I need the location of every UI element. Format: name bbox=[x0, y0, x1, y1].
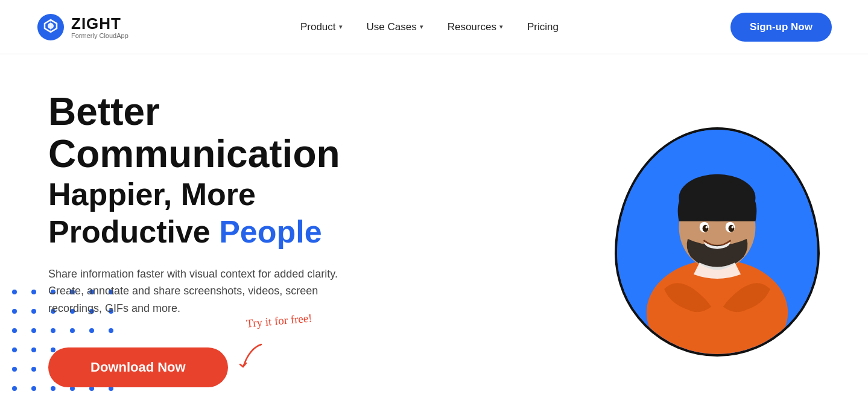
chevron-down-icon: ▾ bbox=[339, 23, 343, 31]
hero-content: Better Communication Happier, More Produ… bbox=[48, 90, 422, 393]
try-free-area: Try it for free! Download Now bbox=[48, 347, 228, 387]
logo-sub: Formerly CloudApp bbox=[71, 32, 128, 39]
person-circle bbox=[615, 127, 820, 357]
chevron-down-icon: ▾ bbox=[499, 23, 503, 31]
logo[interactable]: ZIGHT Formerly CloudApp bbox=[36, 13, 128, 42]
hero-description: Share information faster with visual con… bbox=[48, 265, 362, 317]
nav-item-use-cases[interactable]: Use Cases ▾ bbox=[367, 21, 423, 33]
signup-button[interactable]: Sign-up Now bbox=[730, 13, 832, 42]
main-nav: Product ▾ Use Cases ▾ Resources ▾ Pricin… bbox=[300, 21, 559, 33]
header: ZIGHT Formerly CloudApp Product ▾ Use Ca… bbox=[0, 0, 868, 54]
svg-point-1 bbox=[48, 23, 54, 29]
download-button[interactable]: Download Now bbox=[48, 347, 228, 387]
nav-item-product[interactable]: Product ▾ bbox=[300, 21, 343, 33]
nav-item-pricing[interactable]: Pricing bbox=[527, 21, 559, 33]
zight-logo-icon bbox=[36, 13, 65, 42]
arrow-icon bbox=[234, 341, 270, 372]
svg-point-11 bbox=[705, 226, 708, 229]
hero-title-line1: Better Communication bbox=[48, 90, 422, 176]
svg-point-9 bbox=[703, 225, 709, 232]
hero-title-line2: Happier, More Productive People bbox=[48, 176, 422, 251]
chevron-down-icon: ▾ bbox=[420, 23, 423, 31]
logo-text: ZIGHT Formerly CloudApp bbox=[71, 14, 128, 39]
svg-point-10 bbox=[729, 225, 735, 232]
nav-item-resources[interactable]: Resources ▾ bbox=[448, 21, 503, 33]
person-illustration bbox=[617, 130, 817, 354]
hero-image bbox=[603, 109, 832, 375]
hero-section: Better Communication Happier, More Produ… bbox=[0, 54, 868, 406]
svg-point-12 bbox=[731, 226, 733, 229]
logo-name: ZIGHT bbox=[71, 14, 128, 33]
